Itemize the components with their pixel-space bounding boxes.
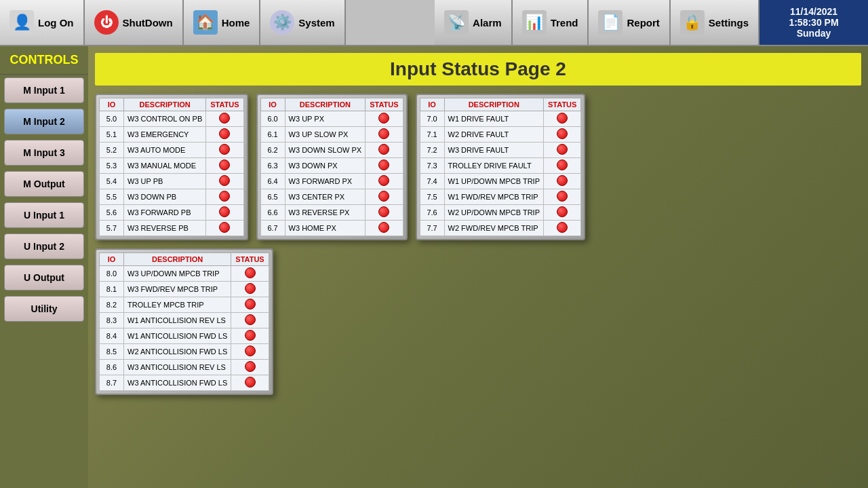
io-status bbox=[544, 111, 581, 127]
sidebar-item-uoutput[interactable]: U Output bbox=[4, 265, 84, 290]
io-table-2: IO DESCRIPTION STATUS 6.0W3 UP PX6.1W3 U… bbox=[256, 94, 408, 240]
io-status bbox=[366, 205, 403, 221]
io-status bbox=[231, 266, 269, 282]
datetime-display: 11/14/2021 1:58:30 PM Sunday bbox=[760, 0, 868, 45]
logon-button[interactable]: 👤 Log On bbox=[0, 0, 85, 45]
io-number: 7.0 bbox=[420, 111, 444, 127]
table-row: 8.6W3 ANTICOLLISION REV LS bbox=[100, 360, 269, 375]
system-icon: ⚙️ bbox=[270, 10, 294, 35]
io-status bbox=[206, 158, 243, 174]
status-indicator bbox=[219, 222, 230, 233]
status-indicator bbox=[378, 159, 389, 170]
io-status bbox=[231, 375, 269, 391]
io-status bbox=[366, 189, 403, 205]
io-number: 7.6 bbox=[420, 205, 444, 221]
sidebar-item-minput2[interactable]: M Input 2 bbox=[4, 109, 84, 134]
sidebar-item-uinput2[interactable]: U Input 2 bbox=[4, 233, 84, 259]
io-description: W3 ANTICOLLISION REV LS bbox=[124, 360, 231, 375]
io-status bbox=[231, 344, 269, 360]
io-status bbox=[366, 127, 403, 143]
settings-button[interactable]: 🔒 Settings bbox=[671, 0, 760, 45]
sidebar-item-minput1[interactable]: M Input 1 bbox=[4, 77, 84, 103]
io-description: TROLLEY DRIVE FAULT bbox=[444, 158, 543, 174]
table-row: 5.2W3 AUTO MODE bbox=[100, 143, 244, 158]
io-description: W1 ANTICOLLISION FWD LS bbox=[124, 329, 231, 344]
sidebar-item-moutput[interactable]: M Output bbox=[4, 171, 84, 197]
table1-header-desc: DESCRIPTION bbox=[124, 98, 206, 111]
io-description: W3 DOWN PB bbox=[124, 189, 206, 205]
io-number: 6.4 bbox=[260, 174, 285, 189]
status-indicator bbox=[378, 144, 389, 155]
table-row: 7.1W2 DRIVE FAULT bbox=[420, 127, 581, 143]
io-description: W2 FWD/REV MPCB TRIP bbox=[444, 221, 543, 236]
io-description: W3 REVERSE PX bbox=[285, 205, 366, 221]
io-table-3: IO DESCRIPTION STATUS 7.0W1 DRIVE FAULT7… bbox=[416, 94, 586, 240]
status-indicator bbox=[557, 191, 568, 202]
tables-row-2: IO DESCRIPTION STATUS 8.0W3 UP/DOWN MPCB… bbox=[95, 248, 861, 395]
right-nav: 📡 Alarm 📊 Trend 📄 Report 🔒 Settings 11/1… bbox=[435, 0, 868, 45]
io-status bbox=[366, 158, 403, 174]
table4-header-status: STATUS bbox=[231, 253, 269, 266]
table-row: 6.7W3 HOME PX bbox=[260, 221, 403, 236]
alarm-button[interactable]: 📡 Alarm bbox=[435, 0, 513, 45]
io-status bbox=[544, 174, 581, 189]
status-indicator bbox=[557, 128, 568, 139]
io-description: W2 ANTICOLLISION FWD LS bbox=[124, 344, 231, 360]
io-number: 6.3 bbox=[260, 158, 285, 174]
io-number: 8.5 bbox=[100, 344, 124, 360]
table-row: 6.2W3 DOWN SLOW PX bbox=[260, 143, 403, 158]
sidebar-item-uinput1[interactable]: U Input 1 bbox=[4, 202, 84, 228]
status-indicator bbox=[219, 159, 230, 170]
io-number: 8.4 bbox=[100, 329, 124, 344]
io-status bbox=[544, 158, 581, 174]
sidebar-item-minput3[interactable]: M Input 3 bbox=[4, 140, 84, 166]
table3-header-status: STATUS bbox=[544, 98, 581, 111]
io-status bbox=[206, 143, 243, 158]
tables-row-1: IO DESCRIPTION STATUS 5.0W3 CONTROL ON P… bbox=[95, 94, 861, 240]
report-button[interactable]: 📄 Report bbox=[589, 0, 670, 45]
io-number: 6.2 bbox=[260, 143, 285, 158]
topbar: 👤 Log On ⏻ ShutDown 🏠 Home ⚙️ System 📡 A… bbox=[0, 0, 868, 46]
io-number: 6.7 bbox=[260, 221, 285, 236]
shutdown-button[interactable]: ⏻ ShutDown bbox=[85, 0, 184, 45]
io-status bbox=[206, 205, 243, 221]
table-row: 7.2W3 DRIVE FAULT bbox=[420, 143, 581, 158]
sidebar-header: CONTROLS bbox=[0, 46, 88, 75]
io-status bbox=[206, 174, 243, 189]
shutdown-icon: ⏻ bbox=[94, 10, 119, 35]
io-status bbox=[231, 282, 269, 297]
status-indicator bbox=[245, 299, 256, 309]
status-indicator bbox=[245, 314, 256, 325]
table-row: 6.6W3 REVERSE PX bbox=[260, 205, 403, 221]
sidebar-item-utility[interactable]: Utility bbox=[4, 296, 84, 322]
io-status bbox=[206, 111, 243, 127]
system-button[interactable]: ⚙️ System bbox=[260, 0, 345, 45]
io-description: W2 UP/DOWN MPCB TRIP bbox=[444, 205, 543, 221]
io-status bbox=[206, 221, 243, 236]
table2-header-desc: DESCRIPTION bbox=[285, 98, 366, 111]
table4-header-io: IO bbox=[100, 253, 124, 266]
trend-button[interactable]: 📊 Trend bbox=[513, 0, 589, 45]
io-number: 5.2 bbox=[100, 143, 124, 158]
status-indicator bbox=[378, 206, 389, 217]
io-status bbox=[206, 189, 243, 205]
io-status bbox=[544, 127, 581, 143]
io-number: 6.6 bbox=[260, 205, 285, 221]
io-status bbox=[544, 189, 581, 205]
io-status bbox=[366, 111, 403, 127]
io-status bbox=[231, 360, 269, 375]
table-row: 5.0W3 CONTROL ON PB bbox=[100, 111, 244, 127]
io-description: W3 CONTROL ON PB bbox=[124, 111, 206, 127]
status-indicator bbox=[557, 222, 568, 233]
io-number: 5.7 bbox=[100, 221, 124, 236]
io-table-1: IO DESCRIPTION STATUS 5.0W3 CONTROL ON P… bbox=[95, 94, 248, 240]
table-row: 8.2TROLLEY MPCB TRIP bbox=[100, 297, 269, 313]
home-button[interactable]: 🏠 Home bbox=[184, 0, 261, 45]
status-indicator bbox=[557, 144, 568, 155]
table-row: 5.3W3 MANUAL MODE bbox=[100, 158, 244, 174]
io-description: W1 DRIVE FAULT bbox=[444, 111, 543, 127]
status-indicator bbox=[219, 175, 230, 186]
table2-header-status: STATUS bbox=[366, 98, 403, 111]
io-description: TROLLEY MPCB TRIP bbox=[124, 297, 231, 313]
status-indicator bbox=[219, 206, 230, 217]
